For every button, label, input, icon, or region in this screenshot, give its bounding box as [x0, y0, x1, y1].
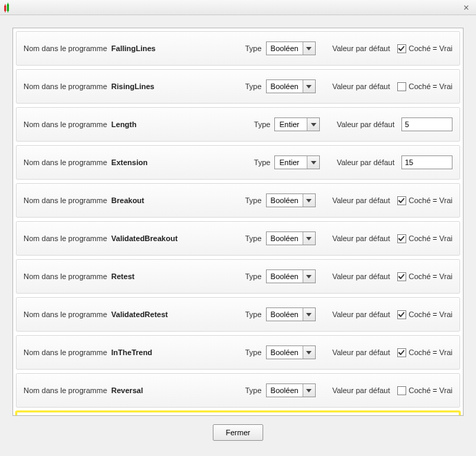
param-row: Nom dans le programmeWithVolumesTypeBool… — [16, 411, 460, 416]
param-name-value: InTheTrend — [111, 348, 201, 357]
type-select-value: Booléen — [267, 384, 303, 397]
dialog-footer: Fermer — [12, 416, 464, 444]
name-label: Nom dans le programme — [23, 44, 107, 53]
param-name-value: Length — [111, 120, 201, 129]
param-row: Nom dans le programmeValidatedBreakoutTy… — [16, 221, 460, 256]
name-label: Nom dans le programme — [23, 120, 107, 129]
type-label: Type — [245, 348, 262, 357]
param-name-value: Extension — [111, 158, 201, 167]
param-row: Nom dans le programmeExtensionTypeEntier… — [16, 145, 460, 180]
type-label: Type — [245, 310, 262, 319]
chevron-down-icon[interactable] — [303, 42, 315, 55]
type-label: Type — [254, 158, 271, 167]
name-label: Nom dans le programme — [23, 196, 107, 205]
chevron-down-icon[interactable] — [303, 270, 315, 283]
default-checkbox-wrap: Coché = Vrai — [397, 348, 453, 357]
param-row: Nom dans le programmeReversalTypeBooléen… — [16, 373, 460, 408]
params-panel: Nom dans le programmeFallingLinesTypeBoo… — [12, 28, 464, 416]
default-checkbox-wrap: Coché = Vrai — [397, 82, 453, 91]
chevron-down-icon[interactable] — [307, 118, 319, 131]
type-select-value: Entier — [275, 118, 307, 131]
type-label: Type — [245, 44, 262, 53]
type-select[interactable]: Booléen — [266, 269, 316, 283]
type-label: Type — [245, 82, 262, 91]
param-row: Nom dans le programmeValidatedRetestType… — [16, 297, 460, 332]
default-checkbox[interactable] — [397, 348, 406, 357]
default-checkbox[interactable] — [397, 196, 406, 205]
name-label: Nom dans le programme — [23, 386, 107, 395]
checkbox-label: Coché = Vrai — [409, 44, 453, 53]
default-checkbox[interactable] — [397, 82, 406, 91]
type-select-value: Booléen — [267, 80, 303, 93]
default-checkbox-wrap: Coché = Vrai — [397, 234, 453, 243]
type-select-value: Booléen — [267, 232, 303, 245]
name-label: Nom dans le programme — [23, 272, 107, 281]
default-value-label: Valeur par défaut — [332, 310, 390, 319]
param-row: Nom dans le programmeLengthTypeEntierVal… — [16, 107, 460, 142]
default-value-input[interactable] — [401, 155, 453, 169]
chevron-down-icon[interactable] — [303, 346, 315, 359]
type-select[interactable]: Booléen — [266, 383, 316, 397]
checkbox-label: Coché = Vrai — [409, 196, 453, 205]
type-label: Type — [254, 120, 271, 129]
param-row: Nom dans le programmeBreakoutTypeBooléen… — [16, 183, 460, 218]
type-select-value: Entier — [275, 156, 307, 169]
default-value-label: Valeur par défaut — [336, 120, 394, 129]
param-name-value: Retest — [111, 272, 201, 281]
default-value-label: Valeur par défaut — [332, 196, 390, 205]
name-label: Nom dans le programme — [23, 82, 107, 91]
chevron-down-icon[interactable] — [303, 232, 315, 245]
titlebar: × — [0, 0, 476, 15]
default-checkbox-wrap: Coché = Vrai — [397, 272, 453, 281]
default-value-label: Valeur par défaut — [332, 44, 390, 53]
type-select[interactable]: Booléen — [266, 79, 316, 93]
checkbox-label: Coché = Vrai — [409, 310, 453, 319]
default-value-label: Valeur par défaut — [332, 386, 390, 395]
default-checkbox[interactable] — [397, 386, 406, 395]
name-label: Nom dans le programme — [23, 158, 107, 167]
checkbox-label: Coché = Vrai — [409, 272, 453, 281]
checkbox-label: Coché = Vrai — [409, 386, 453, 395]
name-label: Nom dans le programme — [23, 310, 107, 319]
chevron-down-icon[interactable] — [303, 308, 315, 321]
default-value-input[interactable] — [401, 117, 453, 131]
default-checkbox[interactable] — [397, 310, 406, 319]
chevron-down-icon[interactable] — [307, 156, 319, 169]
default-checkbox[interactable] — [397, 272, 406, 281]
type-select[interactable]: Entier — [274, 117, 320, 131]
param-row: Nom dans le programmeRisingLinesTypeBool… — [16, 69, 460, 104]
chevron-down-icon[interactable] — [303, 194, 315, 207]
type-select[interactable]: Booléen — [266, 345, 316, 359]
type-select[interactable]: Booléen — [266, 193, 316, 207]
checkbox-label: Coché = Vrai — [409, 234, 453, 243]
default-value-label: Valeur par défaut — [332, 348, 390, 357]
close-button[interactable]: Fermer — [213, 424, 263, 441]
window-close-button[interactable]: × — [461, 2, 472, 13]
type-select-value: Booléen — [267, 194, 303, 207]
app-icon — [4, 4, 9, 11]
default-checkbox-wrap: Coché = Vrai — [397, 44, 453, 53]
default-value-label: Valeur par défaut — [332, 234, 390, 243]
type-label: Type — [245, 386, 262, 395]
default-checkbox[interactable] — [397, 234, 406, 243]
type-select-value: Booléen — [267, 308, 303, 321]
param-name-value: RisingLines — [111, 82, 201, 91]
param-row: Nom dans le programmeInTheTrendTypeBoolé… — [16, 335, 460, 370]
param-row: Nom dans le programmeFallingLinesTypeBoo… — [16, 31, 460, 66]
default-value-label: Valeur par défaut — [332, 272, 390, 281]
type-label: Type — [245, 196, 262, 205]
default-checkbox[interactable] — [397, 44, 406, 53]
type-label: Type — [245, 272, 262, 281]
type-select[interactable]: Booléen — [266, 231, 316, 245]
chevron-down-icon[interactable] — [303, 384, 315, 397]
param-name-value: Breakout — [111, 196, 201, 205]
param-name-value: FallingLines — [111, 44, 201, 53]
chevron-down-icon[interactable] — [303, 80, 315, 93]
type-select-value: Booléen — [267, 270, 303, 283]
type-select-value: Booléen — [267, 346, 303, 359]
type-select[interactable]: Booléen — [266, 41, 316, 55]
checkbox-label: Coché = Vrai — [409, 348, 453, 357]
type-select[interactable]: Booléen — [266, 307, 316, 321]
type-select[interactable]: Entier — [274, 155, 320, 169]
default-value-label: Valeur par défaut — [336, 158, 394, 167]
